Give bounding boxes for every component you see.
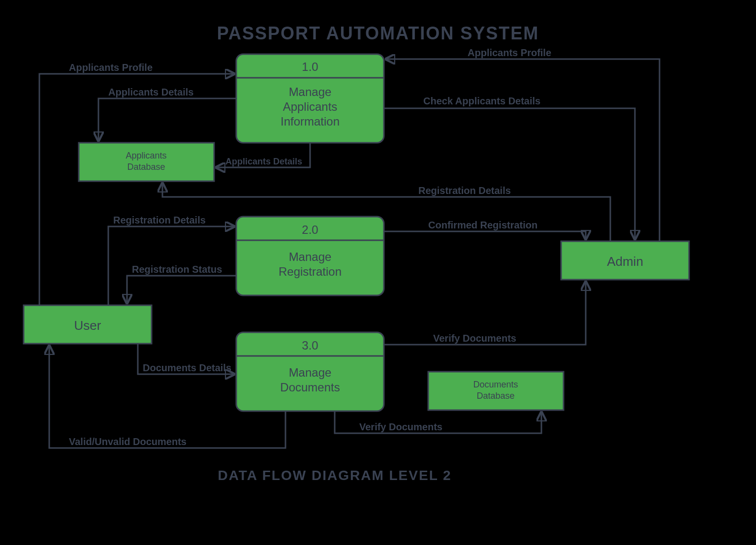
process-1-label2: Applicants [283,100,338,113]
entity-user: User [24,305,152,344]
flow-p1-to-db-left [98,98,236,141]
entity-admin-label: Admin [607,254,643,269]
diagram-footer: DATA FLOW DIAGRAM LEVEL 2 [218,468,451,483]
store-documents-db: Documents Database [428,372,564,410]
process-3: 3.0 Manage Documents [236,332,384,411]
flow-p3-to-admin-label: Verify Documents [433,333,516,344]
flow-user-to-p3-label: Documents Details [143,362,231,373]
store-applicants-db-l1: Applicants [126,151,166,160]
flow-admin-to-db [162,183,610,241]
flow-p2-to-admin-label: Confirmed Registration [428,220,537,230]
process-1-label1: Manage [289,85,332,98]
entity-user-label: User [74,318,101,333]
store-documents-db-l1: Documents [473,380,518,389]
entity-admin: Admin [561,241,689,280]
flow-p3-to-user-label: Valid/Unvalid Documents [69,436,187,447]
process-1: 1.0 Manage Applicants Information [236,54,384,143]
flow-p1-to-db-left-label: Applicants Details [108,87,193,97]
flow-p1-to-db-down-label: Applicants Details [225,157,302,166]
process-2-label1: Manage [289,250,332,263]
flow-user-to-p2-label: Registration Details [113,215,206,225]
flow-p2-to-admin [384,231,586,239]
flow-p3-to-docdb-label: Verify Documents [359,421,442,432]
flow-p1-to-admin-label: Check Applicants Details [423,96,540,106]
process-3-label1: Manage [289,366,332,379]
flow-admin-to-p1-label: Applicants Profile [468,47,551,58]
flow-admin-to-p1 [386,59,660,241]
flow-admin-to-db-label: Registration Details [418,185,511,196]
process-3-label2: Documents [280,381,340,394]
flow-p2-to-user [127,276,236,303]
process-2-label2: Registration [279,265,342,278]
store-applicants-db: Applicants Database [79,143,214,181]
store-documents-db-l2: Database [476,391,514,401]
process-2-number: 2.0 [302,223,318,236]
dfd-diagram: PASSPORT AUTOMATION SYSTEM 1.0 Manage Ap… [0,0,756,545]
store-applicants-db-l2: Database [127,162,165,172]
process-1-label3: Information [281,115,340,128]
process-2: 2.0 Manage Registration [236,217,384,295]
flow-p2-to-user-label: Registration Status [132,264,222,275]
flow-user-to-p1-label: Applicants Profile [69,62,153,73]
process-1-number: 1.0 [302,60,318,73]
process-3-number: 3.0 [302,339,318,352]
diagram-title: PASSPORT AUTOMATION SYSTEM [217,23,539,43]
